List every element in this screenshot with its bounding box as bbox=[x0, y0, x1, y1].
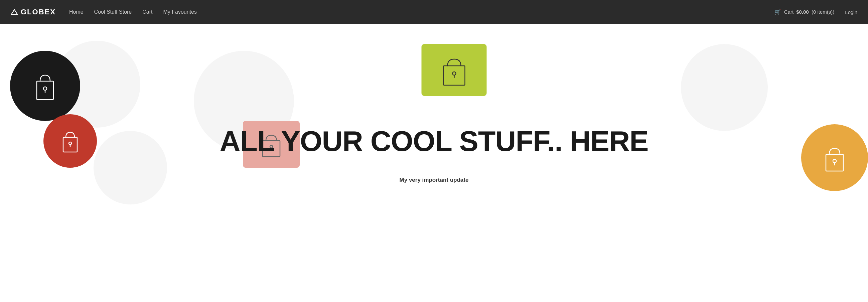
red-circle-deco bbox=[43, 114, 97, 168]
svg-marker-0 bbox=[11, 10, 18, 15]
nav-item-cart[interactable]: Cart bbox=[142, 9, 152, 15]
logo[interactable]: GLOBEX bbox=[11, 8, 56, 17]
nav-right: 🛒 Cart $0.00 (0 item(s)) Login bbox=[774, 9, 857, 15]
navbar: GLOBEX Home Cool Stuff Store Cart My Fav… bbox=[0, 0, 868, 24]
orange-circle-deco bbox=[801, 124, 868, 191]
svg-point-3 bbox=[43, 87, 47, 90]
bag-orange bbox=[820, 141, 849, 174]
cart-summary[interactable]: 🛒 Cart $0.00 (0 item(s)) bbox=[774, 9, 835, 15]
nav-left: GLOBEX Home Cool Stuff Store Cart My Fav… bbox=[11, 8, 197, 17]
cart-item-count: (0 item(s)) bbox=[811, 9, 834, 15]
nav-item-home[interactable]: Home bbox=[69, 9, 84, 15]
hero-headline: ALL YOUR COOL STUFF.. HERE bbox=[219, 125, 648, 157]
hero-subtext: My very important update bbox=[400, 177, 469, 183]
cart-amount: $0.00 bbox=[796, 9, 809, 15]
nav-links: Home Cool Stuff Store Cart My Favourites bbox=[69, 9, 197, 15]
bag-black bbox=[30, 68, 60, 103]
cart-label: Cart bbox=[784, 9, 794, 15]
black-circle-deco bbox=[10, 51, 80, 121]
logo-text: GLOBEX bbox=[21, 8, 56, 17]
hero-section: ALL YOUR COOL STUFF.. HERE My very impor… bbox=[0, 24, 868, 231]
login-button[interactable]: Login bbox=[845, 9, 857, 15]
nav-item-favourites[interactable]: My Favourites bbox=[163, 9, 196, 15]
cart-icon: 🛒 bbox=[774, 9, 781, 15]
logo-icon bbox=[11, 8, 18, 16]
svg-point-9 bbox=[453, 72, 456, 75]
green-rect-deco bbox=[422, 44, 487, 96]
bag-green bbox=[437, 51, 471, 89]
svg-point-15 bbox=[833, 159, 836, 163]
nav-item-store[interactable]: Cool Stuff Store bbox=[94, 9, 132, 15]
bag-red bbox=[59, 127, 82, 155]
